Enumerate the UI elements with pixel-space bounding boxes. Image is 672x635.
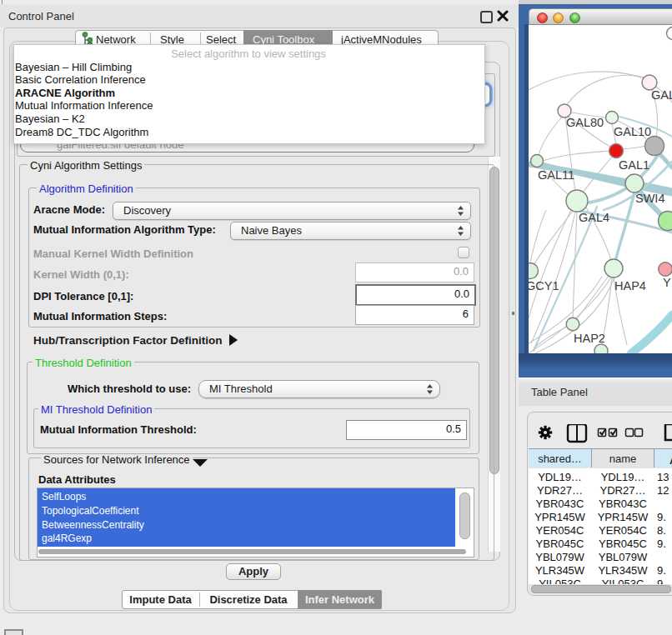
svg-text:HAP2: HAP2: [574, 332, 605, 345]
svg-text:GAL80: GAL80: [566, 116, 604, 129]
svg-text:GAL: GAL: [651, 88, 672, 102]
svg-text:Y: Y: [663, 276, 671, 289]
svg-text:GAL1: GAL1: [619, 158, 649, 172]
svg-text:SWI4: SWI4: [635, 192, 664, 205]
svg-text:GAL11: GAL11: [538, 168, 574, 182]
svg-text:GAL10: GAL10: [614, 125, 651, 138]
svg-text:GAL4: GAL4: [579, 211, 609, 224]
svg-text:GCY1: GCY1: [529, 279, 559, 292]
svg-text:HAP4: HAP4: [614, 279, 646, 292]
